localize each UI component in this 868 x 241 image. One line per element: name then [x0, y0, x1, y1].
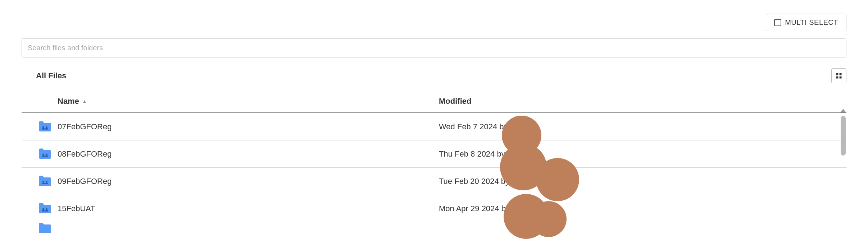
svg-point-18 — [46, 208, 47, 210]
shared-folder-icon — [38, 121, 51, 133]
svg-point-12 — [42, 181, 44, 182]
file-modified: Thu Feb 8 2024 by — [403, 149, 505, 159]
svg-rect-19 — [45, 210, 48, 212]
svg-point-6 — [46, 126, 47, 128]
table-body: 07FebGFOReg Wed Feb 7 2024 by 08FebGFORe… — [22, 113, 846, 233]
column-header-name-label: Name — [58, 97, 79, 106]
redaction-blob — [531, 201, 567, 237]
grid-view-toggle[interactable] — [831, 68, 846, 83]
svg-rect-9 — [42, 156, 45, 157]
svg-rect-5 — [42, 128, 45, 130]
svg-rect-0 — [836, 73, 839, 75]
shared-folder-icon — [38, 148, 51, 160]
table-row[interactable]: 15FebUAT Mon Apr 29 2024 by — [22, 195, 846, 222]
file-name: 08FebGFOReg — [58, 149, 403, 159]
scroll-up-arrow-icon[interactable] — [840, 109, 846, 112]
svg-rect-3 — [840, 77, 842, 79]
file-modified: Wed Feb 7 2024 by — [403, 122, 508, 131]
table-row[interactable]: 08FebGFOReg Thu Feb 8 2024 by — [22, 140, 846, 168]
svg-rect-15 — [45, 183, 48, 184]
svg-point-10 — [46, 153, 47, 155]
svg-rect-2 — [836, 77, 839, 79]
svg-point-4 — [42, 126, 44, 128]
file-table: Name ▲ Modified 07FebGFOReg Wed Feb 7 20… — [0, 90, 868, 233]
column-header-modified-label: Modified — [439, 97, 471, 106]
file-name: 09FebGFOReg — [58, 177, 403, 186]
column-header-name[interactable]: Name ▲ — [22, 97, 403, 106]
breadcrumb-all-files[interactable]: All Files — [36, 71, 66, 80]
multi-select-button[interactable]: MULTI SELECT — [766, 14, 846, 31]
multi-select-label: MULTI SELECT — [785, 18, 838, 27]
search-input[interactable] — [22, 38, 846, 57]
shared-folder-icon — [38, 203, 51, 215]
table-row[interactable]: 07FebGFOReg Wed Feb 7 2024 by — [22, 113, 846, 140]
grid-view-icon — [835, 72, 842, 79]
scrollbar-thumb[interactable] — [841, 116, 846, 156]
file-name: 07FebGFOReg — [58, 122, 403, 131]
file-modified: Mon Apr 29 2024 by — [403, 204, 510, 213]
shared-folder-icon — [38, 175, 51, 187]
redaction-blob — [536, 158, 579, 201]
table-header: Name ▲ Modified — [22, 90, 846, 113]
table-row[interactable] — [22, 222, 846, 233]
svg-rect-13 — [42, 183, 45, 184]
sort-asc-icon: ▲ — [82, 98, 87, 104]
svg-rect-11 — [45, 156, 48, 157]
table-row[interactable]: 09FebGFOReg Tue Feb 20 2024 by MU - — [22, 168, 846, 195]
column-header-modified[interactable]: Modified — [403, 97, 471, 106]
checkbox-outline-icon — [774, 19, 781, 26]
svg-rect-17 — [42, 210, 45, 212]
svg-point-8 — [42, 153, 44, 155]
svg-point-14 — [46, 181, 47, 182]
svg-rect-1 — [840, 73, 842, 75]
svg-rect-7 — [45, 128, 48, 130]
shared-folder-icon — [38, 222, 51, 233]
svg-point-16 — [42, 208, 44, 210]
file-name: 15FebUAT — [58, 204, 403, 213]
